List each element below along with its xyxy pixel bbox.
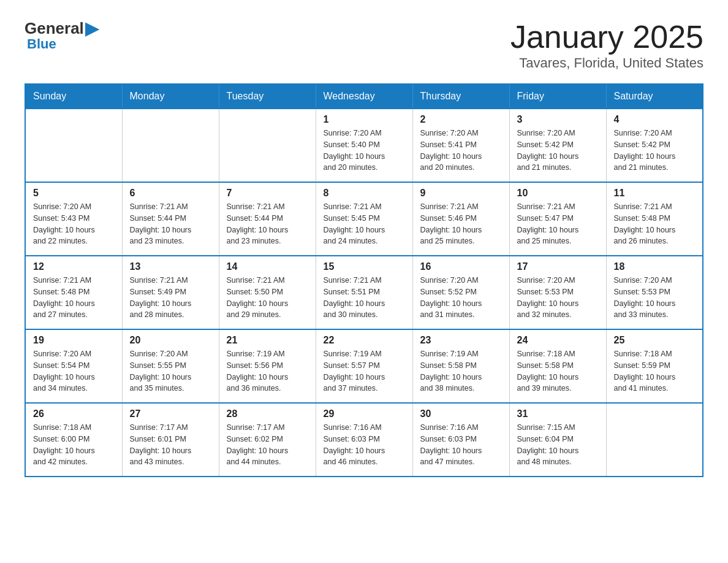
day-number: 18 — [614, 261, 696, 272]
weekday-header-thursday: Thursday — [412, 84, 509, 109]
calendar-cell — [606, 403, 703, 477]
calendar-week-row: 5Sunrise: 7:20 AM Sunset: 5:43 PM Daylig… — [25, 182, 703, 256]
day-info: Sunrise: 7:18 AM Sunset: 6:00 PM Dayligh… — [33, 422, 115, 468]
day-number: 25 — [614, 335, 696, 346]
day-info: Sunrise: 7:16 AM Sunset: 6:03 PM Dayligh… — [420, 422, 502, 468]
day-info: Sunrise: 7:15 AM Sunset: 6:04 PM Dayligh… — [517, 422, 599, 468]
calendar-week-row: 1Sunrise: 7:20 AM Sunset: 5:40 PM Daylig… — [25, 109, 703, 182]
day-info: Sunrise: 7:20 AM Sunset: 5:52 PM Dayligh… — [420, 275, 502, 321]
day-info: Sunrise: 7:21 AM Sunset: 5:51 PM Dayligh… — [324, 275, 405, 321]
weekday-header-tuesday: Tuesday — [219, 84, 316, 109]
calendar-cell — [25, 109, 122, 182]
weekday-header-sunday: Sunday — [25, 84, 122, 109]
day-info: Sunrise: 7:21 AM Sunset: 5:50 PM Dayligh… — [227, 275, 308, 321]
calendar-cell: 3Sunrise: 7:20 AM Sunset: 5:42 PM Daylig… — [509, 109, 606, 182]
calendar-table: SundayMondayTuesdayWednesdayThursdayFrid… — [25, 83, 703, 477]
calendar-cell: 16Sunrise: 7:20 AM Sunset: 5:52 PM Dayli… — [412, 256, 509, 329]
day-number: 29 — [324, 408, 405, 419]
day-info: Sunrise: 7:20 AM Sunset: 5:53 PM Dayligh… — [517, 275, 599, 321]
day-number: 5 — [33, 188, 115, 199]
day-info: Sunrise: 7:20 AM Sunset: 5:42 PM Dayligh… — [517, 128, 599, 174]
day-number: 19 — [33, 335, 115, 346]
title-section: January 2025 Tavares, Florida, United St… — [510, 18, 703, 71]
day-info: Sunrise: 7:21 AM Sunset: 5:44 PM Dayligh… — [227, 201, 308, 247]
calendar-cell: 17Sunrise: 7:20 AM Sunset: 5:53 PM Dayli… — [509, 256, 606, 329]
calendar-cell: 15Sunrise: 7:21 AM Sunset: 5:51 PM Dayli… — [316, 256, 412, 329]
day-number: 22 — [324, 335, 405, 346]
day-info: Sunrise: 7:19 AM Sunset: 5:57 PM Dayligh… — [324, 348, 405, 394]
day-number: 30 — [420, 408, 502, 419]
day-number: 27 — [130, 408, 211, 419]
day-info: Sunrise: 7:21 AM Sunset: 5:46 PM Dayligh… — [420, 201, 502, 247]
calendar-header: SundayMondayTuesdayWednesdayThursdayFrid… — [25, 84, 703, 109]
calendar-cell: 24Sunrise: 7:18 AM Sunset: 5:58 PM Dayli… — [509, 329, 606, 403]
location-subtitle: Tavares, Florida, United States — [510, 55, 703, 71]
logo-arrow-icon: ▶ — [85, 18, 99, 39]
day-info: Sunrise: 7:21 AM Sunset: 5:45 PM Dayligh… — [324, 201, 405, 247]
day-info: Sunrise: 7:19 AM Sunset: 5:56 PM Dayligh… — [227, 348, 308, 394]
logo-blue-text: Blue — [27, 36, 56, 52]
day-number: 11 — [614, 188, 696, 199]
calendar-cell: 8Sunrise: 7:21 AM Sunset: 5:45 PM Daylig… — [316, 182, 412, 256]
calendar-cell — [219, 109, 316, 182]
day-info: Sunrise: 7:20 AM Sunset: 5:55 PM Dayligh… — [130, 348, 211, 394]
day-info: Sunrise: 7:21 AM Sunset: 5:47 PM Dayligh… — [517, 201, 599, 247]
calendar-cell: 30Sunrise: 7:16 AM Sunset: 6:03 PM Dayli… — [412, 403, 509, 477]
day-info: Sunrise: 7:21 AM Sunset: 5:48 PM Dayligh… — [33, 275, 115, 321]
calendar-cell: 29Sunrise: 7:16 AM Sunset: 6:03 PM Dayli… — [316, 403, 412, 477]
calendar-cell: 28Sunrise: 7:17 AM Sunset: 6:02 PM Dayli… — [219, 403, 316, 477]
day-info: Sunrise: 7:18 AM Sunset: 5:59 PM Dayligh… — [614, 348, 696, 394]
day-number: 4 — [614, 114, 696, 125]
calendar-cell: 21Sunrise: 7:19 AM Sunset: 5:56 PM Dayli… — [219, 329, 316, 403]
day-info: Sunrise: 7:20 AM Sunset: 5:41 PM Dayligh… — [420, 128, 502, 174]
calendar-body: 1Sunrise: 7:20 AM Sunset: 5:40 PM Daylig… — [25, 109, 703, 477]
month-title: January 2025 — [510, 18, 703, 55]
calendar-cell: 25Sunrise: 7:18 AM Sunset: 5:59 PM Dayli… — [606, 329, 703, 403]
calendar-cell: 26Sunrise: 7:18 AM Sunset: 6:00 PM Dayli… — [25, 403, 122, 477]
calendar-cell: 31Sunrise: 7:15 AM Sunset: 6:04 PM Dayli… — [509, 403, 606, 477]
logo-general-text: General — [25, 19, 84, 38]
calendar-cell — [122, 109, 219, 182]
day-number: 6 — [130, 188, 211, 199]
calendar-cell: 27Sunrise: 7:17 AM Sunset: 6:01 PM Dayli… — [122, 403, 219, 477]
calendar-cell: 23Sunrise: 7:19 AM Sunset: 5:58 PM Dayli… — [412, 329, 509, 403]
day-info: Sunrise: 7:16 AM Sunset: 6:03 PM Dayligh… — [324, 422, 405, 468]
calendar-week-row: 26Sunrise: 7:18 AM Sunset: 6:00 PM Dayli… — [25, 403, 703, 477]
calendar-cell: 20Sunrise: 7:20 AM Sunset: 5:55 PM Dayli… — [122, 329, 219, 403]
day-number: 28 — [227, 408, 308, 419]
calendar-cell: 1Sunrise: 7:20 AM Sunset: 5:40 PM Daylig… — [316, 109, 412, 182]
day-info: Sunrise: 7:21 AM Sunset: 5:49 PM Dayligh… — [130, 275, 211, 321]
day-info: Sunrise: 7:19 AM Sunset: 5:58 PM Dayligh… — [420, 348, 502, 394]
day-number: 3 — [517, 114, 599, 125]
calendar-cell: 6Sunrise: 7:21 AM Sunset: 5:44 PM Daylig… — [122, 182, 219, 256]
day-number: 9 — [420, 188, 502, 199]
day-number: 2 — [420, 114, 502, 125]
weekday-header-monday: Monday — [122, 84, 219, 109]
calendar-week-row: 19Sunrise: 7:20 AM Sunset: 5:54 PM Dayli… — [25, 329, 703, 403]
day-info: Sunrise: 7:21 AM Sunset: 5:48 PM Dayligh… — [614, 201, 696, 247]
calendar-cell: 18Sunrise: 7:20 AM Sunset: 5:53 PM Dayli… — [606, 256, 703, 329]
calendar-cell: 7Sunrise: 7:21 AM Sunset: 5:44 PM Daylig… — [219, 182, 316, 256]
day-number: 20 — [130, 335, 211, 346]
logo: General ▶ Blue — [25, 18, 100, 52]
calendar-week-row: 12Sunrise: 7:21 AM Sunset: 5:48 PM Dayli… — [25, 256, 703, 329]
day-number: 8 — [324, 188, 405, 199]
day-info: Sunrise: 7:20 AM Sunset: 5:40 PM Dayligh… — [324, 128, 405, 174]
calendar-cell: 9Sunrise: 7:21 AM Sunset: 5:46 PM Daylig… — [412, 182, 509, 256]
calendar-cell: 14Sunrise: 7:21 AM Sunset: 5:50 PM Dayli… — [219, 256, 316, 329]
day-info: Sunrise: 7:20 AM Sunset: 5:43 PM Dayligh… — [33, 201, 115, 247]
day-info: Sunrise: 7:21 AM Sunset: 5:44 PM Dayligh… — [130, 201, 211, 247]
day-number: 1 — [324, 114, 405, 125]
day-number: 17 — [517, 261, 599, 272]
calendar-cell: 22Sunrise: 7:19 AM Sunset: 5:57 PM Dayli… — [316, 329, 412, 403]
calendar-cell: 5Sunrise: 7:20 AM Sunset: 5:43 PM Daylig… — [25, 182, 122, 256]
weekday-header-saturday: Saturday — [606, 84, 703, 109]
day-info: Sunrise: 7:18 AM Sunset: 5:58 PM Dayligh… — [517, 348, 599, 394]
day-number: 14 — [227, 261, 308, 272]
day-number: 31 — [517, 408, 599, 419]
weekday-header-friday: Friday — [509, 84, 606, 109]
day-info: Sunrise: 7:20 AM Sunset: 5:54 PM Dayligh… — [33, 348, 115, 394]
day-number: 13 — [130, 261, 211, 272]
weekday-header-row: SundayMondayTuesdayWednesdayThursdayFrid… — [25, 84, 703, 109]
calendar-cell: 11Sunrise: 7:21 AM Sunset: 5:48 PM Dayli… — [606, 182, 703, 256]
